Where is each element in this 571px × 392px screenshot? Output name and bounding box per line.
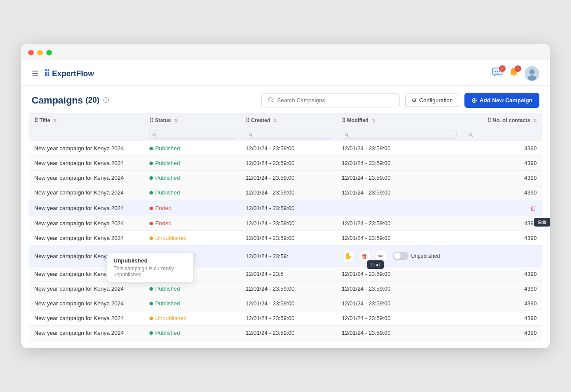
row-contacts: 4390 (462, 282, 542, 296)
table-row: New year campaign for Kenya 2024 Publish… (29, 296, 542, 311)
configuration-button[interactable]: ⚙ Configuration (405, 94, 459, 107)
row-modified: 12/01/24 - 23:59:00 (337, 311, 462, 326)
row-title: New year campaign for Kenya 2024 (29, 311, 144, 326)
filter-modified-input[interactable] (342, 130, 457, 139)
row-modified: 12/01/24 - 23:59:00 (337, 171, 462, 185)
row-title: New year campaign for Kenya 2024 (29, 156, 144, 171)
row-title: New year campaign for Kenya 2024 (29, 185, 144, 200)
svg-line-14 (347, 136, 349, 137)
filter-contacts-cell (462, 128, 542, 142)
row-created: 12/01/24 - 23:59:00 (240, 311, 337, 326)
config-btn-label: Configuration (419, 97, 453, 104)
search-icon (268, 97, 274, 104)
search-box (261, 93, 400, 107)
info-icon: ⓘ (103, 97, 109, 104)
row-modified: 12/01/24 - 23:59:00 (337, 216, 462, 231)
end-tooltip: End (367, 260, 384, 269)
filter-row (29, 128, 542, 142)
sort-contacts[interactable]: ⇅ (533, 118, 537, 123)
row-created: 12/01/24 - 23:59:00 (240, 171, 337, 185)
logo-text: ExpertFlow (52, 69, 94, 78)
chat-icon-button[interactable]: 2 (492, 67, 503, 80)
table-row: New year campaign for Kenya 2024 Publish… (29, 156, 542, 171)
row-created: 12/01/24 - 23:59:00 (240, 326, 337, 340)
row-created: 12/01/24 - 23:59:00 (240, 141, 337, 156)
tooltip-title: Unpublished (114, 257, 187, 264)
table-row-bottom-active: New year campaign for Kenya 2024 Unpubli… (29, 311, 542, 326)
svg-line-10 (155, 136, 156, 137)
sort-status[interactable]: ⇅ (174, 118, 178, 123)
table-row: New year campaign for Kenya 2024 Publish… (29, 185, 542, 200)
row-created: 12/01/24 - 23:59:00 (240, 216, 337, 231)
row-modified: 12/01/24 - 23:59:00 (337, 231, 462, 246)
row-title: New year campaign for Kenya 2024 (29, 200, 144, 216)
row-status: Published (144, 326, 240, 340)
col-created-label: Created (251, 117, 270, 123)
row-title: New year campaign for Kenya 2024 (29, 141, 144, 156)
row-contacts: 4390 (462, 141, 542, 156)
campaigns-table-wrap: ⠿ Title ⇅ ⠿ Status ⇅ ⠿ Cr (21, 113, 550, 348)
row-contacts: 4390 (462, 185, 542, 200)
row-actions-inline: ✋ 🗑 ✏ Unpub (342, 249, 457, 262)
col-modified: ⠿ Modified ⇅ (337, 113, 462, 128)
table-row: New year campaign for Kenya 2024 Ended 1… (29, 216, 542, 231)
avatar[interactable] (525, 66, 539, 81)
stop-campaign-button-inline[interactable]: ✋ (342, 249, 355, 262)
svg-line-8 (272, 101, 273, 103)
titlebar (21, 44, 550, 60)
close-dot[interactable] (28, 50, 34, 55)
sort-modified[interactable]: ⇅ (372, 118, 375, 123)
page-count: (20) (86, 96, 100, 105)
topbar-right: 2 1 (492, 66, 539, 81)
col-contacts: ⠿ No. of contacts ⇅ (462, 113, 542, 128)
toggle-unpublished-inline[interactable] (393, 252, 409, 260)
table-row: New year campaign for Kenya 2024 Publish… (29, 141, 542, 156)
delete-icon[interactable]: 🗑 (530, 204, 537, 211)
sort-title[interactable]: ⇅ (53, 118, 57, 123)
chat-badge: 2 (499, 65, 506, 72)
bell-icon-button[interactable]: 1 (509, 67, 519, 80)
minimize-dot[interactable] (37, 50, 43, 55)
logo-icon: ⠿ (44, 68, 50, 79)
toggle-label: Unpublished (411, 253, 440, 259)
row-created: 12/01/24 - 23:59:00 (240, 282, 337, 296)
add-campaign-button[interactable]: ⊕ Add New Campaign (464, 93, 539, 108)
menu-icon[interactable]: ☰ (32, 69, 39, 78)
topbar-left: ☰ ⠿ ExpertFlow (32, 68, 94, 79)
row-created: 12/01/24 - 23:59:00 (240, 200, 337, 216)
svg-point-2 (497, 71, 498, 72)
filter-status-cell (144, 128, 240, 142)
row-status: Unpublished (144, 311, 240, 326)
row-contacts: 4390 (462, 326, 542, 340)
table-row: New year campaign for Kenya 2024 Unpubli… (29, 231, 542, 246)
search-input[interactable] (277, 97, 393, 104)
svg-point-6 (528, 75, 536, 81)
filter-status-input[interactable] (149, 130, 235, 139)
row-modified: 12/01/24 - 23:59:00 (337, 282, 462, 296)
row-created: 12/01/24 - 23:5 (240, 267, 337, 282)
maximize-dot[interactable] (46, 50, 52, 55)
row-modified: 12/01/24 - 23:59:00 (337, 141, 462, 156)
filter-created-cell (240, 128, 337, 142)
row-created: 12/01/24 - 23:59:00 (240, 231, 337, 246)
row-modified: 12/01/24 - 23:59:00 (337, 296, 462, 311)
edit-tooltip: Edit (534, 218, 550, 227)
row-modified: 12/01/24 - 23:59:00 (337, 267, 462, 282)
filter-created-input[interactable] (246, 130, 331, 139)
row-contacts: 4390 Edit (462, 231, 542, 246)
row-title: New year campaign for Kenya 2024 (29, 282, 144, 296)
row-created: 12/01/24 - 23:59:00 (240, 156, 337, 171)
table-row: New year campaign for Kenya 2024 Ended 1… (29, 200, 542, 216)
table-row: New year campaign for Kenya 2024 Publish… (29, 171, 542, 185)
row-title: New year campaign for Kenya 2024 (29, 296, 144, 311)
toggle-thumb (394, 253, 401, 259)
col-contacts-label: No. of contacts (493, 117, 530, 123)
sort-created[interactable]: ⇅ (273, 118, 277, 123)
table-row: New year campaign for Kenya 2024 Publish… (29, 326, 542, 340)
row-created: 12/01/24 - 23:59:00 (240, 296, 337, 311)
page-title: Campaigns (20) ⓘ (32, 95, 109, 106)
row-status: Published (144, 141, 240, 156)
row-contacts (462, 246, 542, 267)
row-title: New year campaign for Kenya 2024 (29, 231, 144, 246)
svg-line-12 (251, 136, 253, 137)
